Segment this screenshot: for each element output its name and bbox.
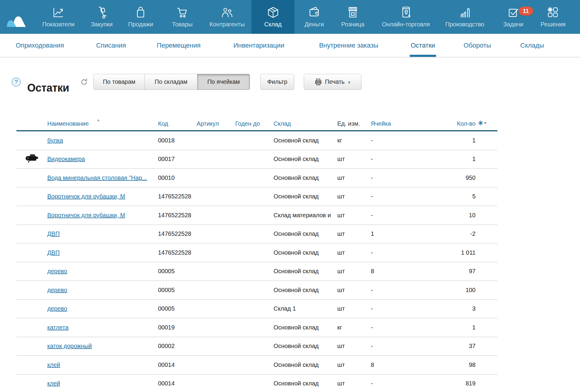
stock-table-body: булка00018Основной складкг-1Видеокамера0… bbox=[16, 131, 497, 392]
cell-gear bbox=[476, 300, 497, 318]
toolbar: ? Остатки По товарам По складам По ячейк… bbox=[0, 74, 580, 90]
table-row: клей00014Основной складшт898 bbox=[16, 355, 497, 374]
subnav-item-inventories[interactable]: Инвентаризации bbox=[233, 34, 284, 57]
cell-article bbox=[197, 168, 235, 187]
product-link[interactable]: Воротничок для рубашки, М bbox=[47, 193, 125, 200]
app-logo[interactable] bbox=[5, 11, 28, 28]
table-row: дерево00005Склад 1шт-3 bbox=[16, 300, 497, 318]
column-name[interactable]: Наименование▲ bbox=[47, 111, 158, 131]
subnav-item-internal-orders[interactable]: Внутренние заказы bbox=[319, 34, 378, 57]
cell-name: дерево bbox=[47, 300, 158, 318]
cell-expiry bbox=[235, 374, 274, 392]
cell-gear bbox=[476, 168, 497, 187]
cell-code: 00005 bbox=[158, 262, 197, 281]
nav-item-online-trade[interactable]: Онлайн-торговля bbox=[378, 0, 433, 34]
table-header-row: Наименование▲ Код Артикул Годен до Склад… bbox=[16, 111, 497, 131]
cell-expiry bbox=[235, 318, 274, 337]
cell-store: Склад материалов и bbox=[274, 206, 337, 225]
cell-name: Воротничок для рубашки, М bbox=[47, 187, 158, 206]
product-link[interactable]: дерево bbox=[47, 287, 67, 293]
product-link[interactable]: Воротничок для рубашки, М bbox=[47, 212, 125, 218]
product-link[interactable]: клей bbox=[47, 361, 60, 368]
nav-item-production[interactable]: Производство bbox=[442, 0, 488, 34]
nav-item-goods[interactable]: Товары bbox=[168, 0, 196, 34]
column-article[interactable]: Артикул bbox=[197, 111, 235, 131]
column-qty[interactable]: Кол-во bbox=[416, 111, 476, 131]
cell-expiry bbox=[235, 243, 274, 262]
product-link[interactable]: дерево bbox=[47, 305, 67, 312]
cell-cell: - bbox=[371, 337, 416, 356]
column-store[interactable]: Склад bbox=[274, 111, 337, 131]
cell-cell: - bbox=[371, 243, 416, 262]
cell-cell: - bbox=[371, 150, 416, 169]
nav-item-money[interactable]: Деньги bbox=[301, 0, 328, 34]
print-button[interactable]: Печать ▼ bbox=[304, 74, 362, 90]
table-row: Видеокамера00017Основной складшт-1 bbox=[16, 150, 497, 169]
cell-image bbox=[16, 374, 47, 392]
cell-image bbox=[16, 337, 47, 356]
settings-caret-icon[interactable]: ▾ bbox=[484, 121, 486, 125]
cell-image bbox=[16, 150, 47, 169]
view-by-warehouses-button[interactable]: По складам bbox=[145, 74, 198, 90]
help-icon[interactable]: ? bbox=[12, 78, 21, 86]
nav-item-purchases[interactable]: Закупки bbox=[87, 0, 116, 34]
cell-article bbox=[197, 243, 235, 262]
view-by-goods-button[interactable]: По товарам bbox=[93, 74, 145, 90]
nav-item-sales[interactable]: Продажи bbox=[124, 0, 157, 34]
cell-qty: 819 bbox=[416, 374, 476, 392]
cell-store: Основной склад bbox=[274, 374, 337, 392]
view-mode-switcher: По товарам По складам По ячейкам bbox=[93, 74, 250, 90]
sort-ascending-icon[interactable]: ▲ bbox=[97, 118, 100, 122]
product-link[interactable]: ДВП bbox=[47, 249, 60, 256]
column-expiry[interactable]: Годен до bbox=[235, 111, 274, 131]
cell-article bbox=[197, 318, 235, 337]
view-by-cells-button[interactable]: По ячейкам bbox=[197, 74, 250, 90]
cell-expiry bbox=[235, 225, 274, 244]
cell-gear bbox=[476, 150, 497, 169]
subnav-item-stock[interactable]: Остатки bbox=[411, 34, 435, 57]
nav-item-solutions[interactable]: Решения bbox=[537, 0, 569, 34]
column-settings[interactable]: ▾ bbox=[476, 111, 497, 131]
cell-expiry bbox=[235, 337, 274, 356]
product-link[interactable]: булка bbox=[47, 137, 63, 144]
subnav-item-turnovers[interactable]: Обороты bbox=[464, 34, 491, 57]
product-link[interactable]: Видеокамера bbox=[47, 156, 85, 162]
subnav-item-transfers[interactable]: Перемещения bbox=[157, 34, 201, 57]
gear-icon[interactable] bbox=[478, 120, 483, 127]
nav-item-counterparties[interactable]: Контрагенты bbox=[206, 0, 248, 34]
subnav-item-incomings[interactable]: Оприходования bbox=[16, 34, 64, 57]
cell-expiry bbox=[235, 168, 274, 187]
cell-expiry bbox=[235, 300, 274, 318]
nav-item-indicators[interactable]: Показатели bbox=[39, 0, 78, 34]
table-row: дерево00005Основной складшт897 bbox=[16, 262, 497, 281]
factory-bars-icon bbox=[458, 4, 472, 20]
cell-name: Воротничок для рубашки, М bbox=[47, 206, 158, 225]
cell-code: 00014 bbox=[158, 374, 197, 392]
nav-item-warehouse[interactable]: Склад bbox=[251, 0, 294, 34]
column-cell[interactable]: Ячейка bbox=[371, 111, 416, 131]
cell-unit: кг bbox=[337, 131, 371, 150]
refresh-icon[interactable] bbox=[80, 78, 88, 86]
product-link[interactable]: катлета bbox=[47, 324, 69, 331]
subnav-item-writeoffs[interactable]: Списания bbox=[96, 34, 126, 57]
cell-gear bbox=[476, 262, 497, 281]
filter-button[interactable]: Фильтр bbox=[260, 74, 294, 90]
subnav-item-warehouses[interactable]: Склады bbox=[520, 34, 544, 57]
cell-unit: шт bbox=[337, 281, 371, 300]
product-link[interactable]: ДВП bbox=[47, 230, 60, 237]
product-link[interactable]: дерево bbox=[47, 268, 67, 274]
nav-item-tasks[interactable]: 11Задачи bbox=[499, 0, 527, 34]
camcorder-thumbnail[interactable] bbox=[25, 157, 39, 164]
column-code[interactable]: Код bbox=[158, 111, 197, 131]
cell-gear bbox=[476, 225, 497, 244]
nav-item-retail[interactable]: Розница bbox=[338, 0, 368, 34]
cell-qty: -2 bbox=[416, 225, 476, 244]
shopping-bag-icon bbox=[134, 4, 148, 20]
product-link[interactable]: каток дорожный bbox=[47, 343, 92, 349]
table-row: Вода минеральная столовая "Нар...00010Ос… bbox=[16, 168, 497, 187]
product-link[interactable]: клей bbox=[47, 380, 60, 387]
cell-code: 00010 bbox=[158, 168, 197, 187]
product-link[interactable]: Вода минеральная столовая "Нар... bbox=[47, 174, 147, 181]
cell-gear bbox=[476, 355, 497, 374]
cell-article bbox=[197, 262, 235, 281]
